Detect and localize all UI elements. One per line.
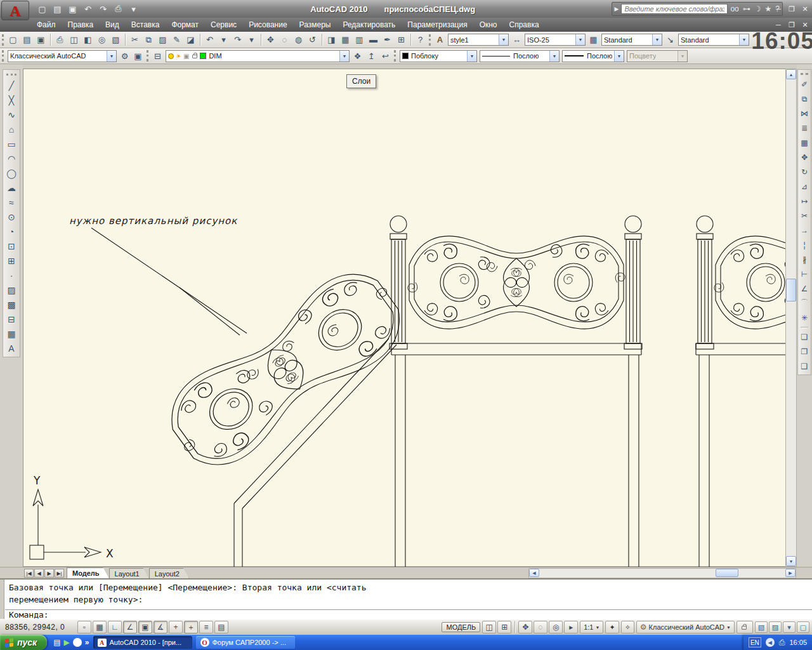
workspaces-toolbar-grip[interactable] — [2, 50, 4, 62]
model-space-button[interactable]: МОДЕЛЬ — [442, 622, 480, 632]
chevron-down-icon[interactable]: ▼ — [549, 51, 559, 62]
toolbar-lock-button[interactable] — [737, 621, 753, 633]
erase-button[interactable]: ✐ — [799, 77, 810, 91]
chevron-down-icon[interactable]: ▼ — [339, 51, 349, 62]
start-button[interactable]: пуск — [0, 635, 47, 650]
osnap-toggle[interactable]: ▣ — [138, 621, 152, 633]
qprint-button[interactable]: ⎙ — [112, 3, 125, 16]
command-line-grip[interactable] — [0, 580, 4, 619]
point-button[interactable]: · — [5, 268, 18, 282]
ellipse-button[interactable]: ⊙ — [5, 209, 18, 224]
copy-button[interactable]: ⧉ — [799, 91, 810, 106]
circle-button[interactable]: ◯ — [5, 166, 18, 180]
scroll-right-icon[interactable]: ▶ — [785, 569, 796, 577]
layer-previous-button[interactable]: ↩ — [379, 50, 392, 63]
workspace-combo[interactable]: Классический AutoCAD ▼ — [8, 50, 117, 62]
parametric-menu[interactable]: Параметризация — [407, 20, 467, 29]
command-prompt[interactable]: Команда: — [9, 610, 49, 620]
make-block-button[interactable]: ⊞ — [5, 253, 18, 268]
region-button[interactable]: ⊟ — [5, 312, 18, 326]
taskbar-task-autocad[interactable]: A AutoCAD 2010 - [при... — [93, 636, 192, 649]
line-button[interactable]: ╱ — [5, 78, 18, 93]
quick-view-layouts-button[interactable]: ◫ — [482, 621, 496, 633]
join-button[interactable]: ⊢ — [799, 267, 810, 281]
send-to-back-button[interactable]: ❐ — [799, 344, 810, 359]
subscription-key-button[interactable]: ⊶ — [743, 4, 750, 13]
spline-button[interactable]: ≈ — [5, 195, 18, 209]
pan-realtime-button[interactable]: ✥ — [264, 33, 277, 46]
tab-model[interactable]: Модель — [67, 567, 109, 578]
polar-toggle[interactable]: ∠ — [123, 621, 137, 633]
gradient-button[interactable]: ▩ — [5, 297, 18, 312]
favorites-star-button[interactable]: ★ — [765, 4, 772, 13]
polyline-button[interactable]: ∿ — [5, 107, 18, 122]
quick-launch-media-icon[interactable]: ▶ — [64, 638, 70, 647]
prev-tab-button[interactable]: ◀ — [34, 569, 44, 578]
array-button[interactable]: ▦ — [799, 135, 810, 150]
tools-menu[interactable]: Сервис — [211, 20, 237, 29]
draw-order-button[interactable]: ❑ — [799, 359, 810, 373]
vertical-scrollbar[interactable]: ▲ ▼ — [785, 69, 797, 567]
grid-toggle[interactable]: ▦ — [93, 621, 107, 633]
status-zoom-button[interactable]: ◌ — [534, 621, 547, 633]
quick-launch-save-icon[interactable]: ▤ — [53, 638, 60, 647]
help-button[interactable]: ? — [414, 33, 427, 46]
fillet-button[interactable]: ⌒ — [799, 296, 810, 310]
text-style-combo[interactable]: style1 ▼ — [448, 34, 509, 46]
rectangle-button[interactable]: ▭ — [5, 136, 18, 151]
layer-properties-button[interactable]: ⊟ — [151, 50, 164, 63]
open-button[interactable]: ▤ — [20, 33, 34, 46]
plot-notify-button[interactable]: ▨ — [769, 621, 782, 633]
layer-combo[interactable]: ☀ ▣ DIM ▼ — [166, 50, 350, 62]
draw-menu[interactable]: Рисование — [249, 20, 287, 29]
ellipse-arc-button[interactable]: ◔ — [5, 224, 18, 239]
chevron-down-icon[interactable]: ▼ — [739, 34, 749, 45]
annotation-scale-button[interactable]: 1:1 ▼ — [580, 621, 603, 633]
vertical-scroll-thumb[interactable] — [786, 279, 796, 302]
break-button[interactable]: ∦ — [799, 252, 810, 267]
chevron-down-icon[interactable]: ▼ — [652, 34, 662, 45]
workspace-settings-button[interactable]: ⚙ — [118, 50, 131, 63]
snap-toggle[interactable]: ▫ — [77, 621, 91, 633]
scroll-up-icon[interactable]: ▲ — [786, 69, 796, 79]
minimize-button[interactable]: ─ — [774, 5, 783, 13]
undo-button[interactable]: ↶ — [203, 33, 216, 46]
offset-button[interactable]: ≣ — [799, 121, 810, 135]
otrack-toggle[interactable]: ∡ — [154, 621, 167, 633]
workspace-switching-button[interactable]: ⚙ Классический AutoCAD ▼ — [636, 621, 735, 633]
steering-wheel-button[interactable]: ◎ — [549, 621, 563, 633]
taskbar-task-opera-forum[interactable]: O Форум САПР2000 -> ... — [196, 636, 295, 649]
layer-thaw-sun-icon[interactable]: ☀ — [176, 53, 181, 60]
mleader-style-combo[interactable]: Standard ▼ — [678, 34, 749, 46]
annotation-autoscale-button[interactable]: ✧ — [621, 621, 634, 633]
chevron-down-icon[interactable]: ▼ — [107, 51, 116, 62]
quick-properties-toggle[interactable]: ▤ — [214, 621, 228, 633]
redo-button[interactable]: ↷ — [231, 33, 244, 46]
annotation-visibility-button[interactable]: ✦ — [605, 621, 619, 633]
scroll-left-icon[interactable]: ◀ — [529, 569, 539, 577]
tray-printer-icon[interactable]: ⎙ — [779, 638, 785, 647]
scale-button[interactable]: ⊿ — [799, 179, 810, 194]
table-style-combo[interactable]: Standard ▼ — [601, 34, 662, 46]
chevron-down-icon[interactable]: ▼ — [467, 51, 476, 62]
close-button[interactable]: ✕ — [801, 5, 809, 13]
new-button[interactable]: ▢ — [6, 33, 20, 46]
markup-button[interactable]: ▧ — [109, 33, 122, 46]
layer-color-swatch[interactable] — [200, 53, 206, 59]
redo-dropdown-button[interactable]: ▾ — [245, 33, 258, 46]
lwt-toggle[interactable]: ≡ — [199, 621, 213, 633]
search-binoculars-button[interactable]: oo — [730, 4, 738, 13]
block-editor-button[interactable]: ◪ — [184, 33, 197, 46]
opera-icon[interactable]: O — [73, 638, 82, 647]
trusted-dwg-button[interactable]: ▧ — [755, 621, 768, 633]
tool-palettes-button[interactable]: ▥ — [353, 33, 366, 46]
qat-dropdown-button[interactable]: ▾ — [127, 3, 140, 16]
infocenter-expand-icon[interactable]: ▶ — [615, 6, 619, 12]
zoom-realtime-button[interactable]: ◌ — [278, 33, 291, 46]
copy-clip-button[interactable]: ⧉ — [142, 33, 155, 46]
cut-button[interactable]: ✂ — [128, 33, 141, 46]
ortho-toggle[interactable]: ∟ — [108, 621, 122, 633]
insert-block-button[interactable]: ⊡ — [5, 239, 18, 253]
quick-view-drawings-button[interactable]: ⊞ — [497, 621, 511, 633]
object-color-combo[interactable]: Поблоку ▼ — [400, 50, 477, 62]
